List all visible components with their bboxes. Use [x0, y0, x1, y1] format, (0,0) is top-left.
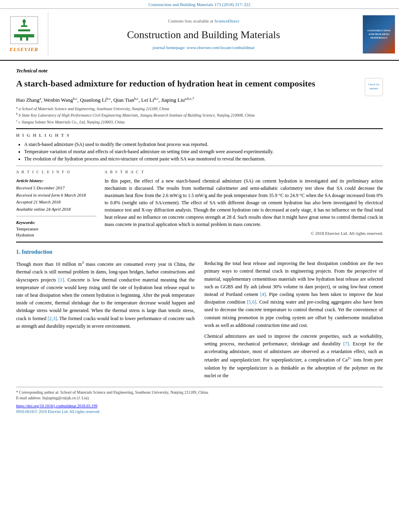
keywords-section: Keywords: Temperature Hydration — [16, 220, 97, 238]
highlights-list: A starch-based admixture (SA) used to mo… — [16, 141, 383, 162]
ref-23[interactable]: [2,3] — [47, 316, 57, 321]
intro-paragraph-3: Chemical admixtures are used to improve … — [204, 333, 383, 380]
elsevier-logo-image — [10, 16, 38, 44]
ref-4[interactable]: [4] — [260, 292, 266, 297]
check-for-updates-badge: Check forupdates — [365, 78, 383, 96]
authors-line: Hao Zhanga, Wenbin Wangb,c, Quanlong Lib… — [16, 96, 383, 104]
journal-homepage: journal homepage: www.elsevier.com/locat… — [152, 45, 254, 51]
svg-rect-0 — [14, 34, 34, 37]
corresponding-author: * Corresponding author at: School of Mat… — [16, 390, 383, 395]
highlight-item: A starch-based admixture (SA) used to mo… — [24, 141, 383, 148]
sciencedirect-link[interactable]: ScienceDirect — [214, 18, 239, 23]
elsevier-logo-section: ELSEVIER — [0, 12, 48, 57]
journal-title: Construction and Building Materials — [127, 28, 280, 42]
intro-paragraph-1: Though more than 10 million m3 mass conc… — [16, 260, 195, 330]
cover-title: Construction and Building MATERIALS — [364, 29, 393, 40]
article-title: A starch-based admixture for reduction o… — [16, 78, 361, 90]
content-area: Technical note A starch-based admixture … — [0, 61, 399, 415]
intro-left-col: Though more than 10 million m3 mass conc… — [16, 260, 195, 383]
journal-banner: Construction and Building Materials 173 … — [0, 0, 399, 9]
affiliations: a a School of Materials Science and Engi… — [16, 105, 383, 125]
separator — [16, 166, 383, 166]
journal-cover: Construction and Building MATERIALS — [359, 12, 399, 57]
highlights-header: H I G H L I G H T S — [16, 132, 383, 138]
intro-separator — [16, 242, 383, 242]
doi-section: https://doi.org/10.1016/j.conbuildmat.20… — [16, 403, 383, 415]
svg-rect-4 — [20, 37, 22, 41]
article-type: Technical note — [16, 67, 383, 74]
sciencedirect-label: Contents lists available at ScienceDirec… — [168, 18, 239, 24]
article-history: Article history: Received 5 December 201… — [16, 177, 97, 213]
cover-image: Construction and Building MATERIALS — [363, 15, 395, 53]
keywords-separator — [16, 216, 97, 216]
email-label: E-mail address: liujiaping@cnjsjk.cn (J.… — [16, 395, 383, 401]
svg-rect-5 — [26, 37, 28, 41]
journal-citation: Construction and Building Materials 173 … — [148, 2, 251, 7]
intro-right-col: Reducing the total heat release and impr… — [204, 260, 383, 383]
ref-56[interactable]: [5,6] — [247, 299, 256, 305]
svg-point-6 — [23, 19, 26, 23]
highlight-item: The evolution of the hydration process a… — [24, 155, 383, 162]
introduction-section: 1. Introduction Though more than 10 mill… — [16, 248, 383, 383]
issn-text: 0950-0618/© 2018 Elsevier Ltd. All right… — [16, 409, 100, 414]
doi-link[interactable]: https://doi.org/10.1016/j.conbuildmat.20… — [16, 404, 97, 408]
svg-rect-2 — [21, 25, 27, 27]
svg-rect-1 — [18, 29, 30, 31]
abstract-text: In this paper, the effect of a new starc… — [105, 177, 383, 228]
journal-header: ELSEVIER Contents lists available at Sci… — [0, 9, 399, 61]
article-info-abstract: A R T I C L E I N F O Article history: R… — [16, 169, 383, 238]
ref-1[interactable]: [1] — [58, 277, 64, 283]
elsevier-wordmark: ELSEVIER — [10, 46, 39, 53]
article-info-col: A R T I C L E I N F O Article history: R… — [16, 169, 97, 238]
abstract-header: A B S T R A C T — [105, 169, 383, 175]
highlight-item: Temperature variation of mortar and effe… — [24, 148, 383, 155]
intro-paragraph-2: Reducing the total heat release and impr… — [204, 260, 383, 329]
footnote-section: * Corresponding author at: School of Mat… — [16, 387, 383, 401]
header-center: Contents lists available at ScienceDirec… — [48, 12, 359, 57]
copyright: © 2018 Elsevier Ltd. All rights reserved… — [105, 230, 383, 236]
section-number: 1. Introduction — [16, 248, 383, 256]
ref-7[interactable]: [7] — [343, 341, 349, 347]
abstract-col: A B S T R A C T In this paper, the effec… — [105, 169, 383, 238]
article-info-header: A R T I C L E I N F O — [16, 169, 97, 175]
separator — [16, 128, 383, 129]
intro-two-col: Though more than 10 million m3 mass conc… — [16, 260, 383, 383]
homepage-link[interactable]: journal homepage: www.elsevier.com/locat… — [152, 45, 254, 50]
